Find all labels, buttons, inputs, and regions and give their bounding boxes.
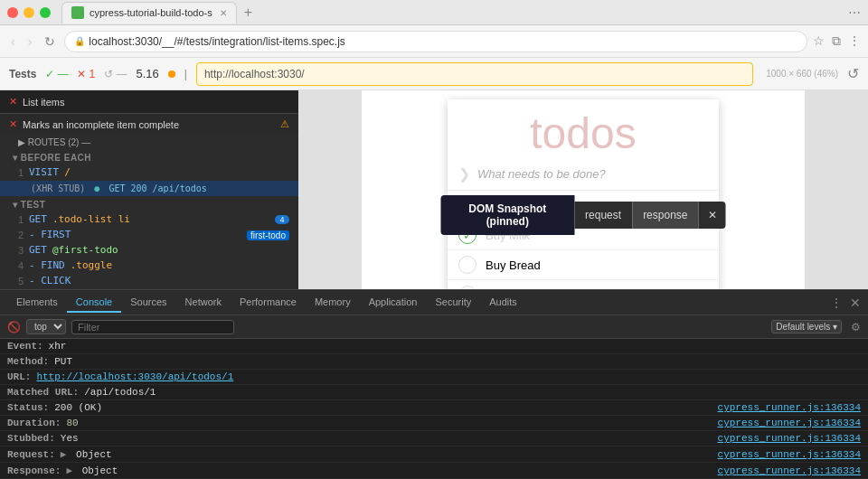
reload-button[interactable]: ↻ bbox=[41, 33, 59, 51]
maximize-window-button[interactable] bbox=[40, 7, 51, 18]
nav-icons: ☆ ⧉ ⋮ bbox=[813, 33, 861, 49]
back-button[interactable]: ‹ bbox=[7, 33, 19, 51]
log-row-status: Status: 200 (OK) cypress_runner.js:13633… bbox=[0, 400, 868, 416]
tab-performance[interactable]: Performance bbox=[231, 293, 306, 313]
test-name-row[interactable]: ✕ Marks an incomplete item complete ⚠ bbox=[0, 114, 298, 135]
expand-response-icon: ▶ bbox=[66, 465, 72, 476]
log-value-status: 200 (OK) bbox=[54, 402, 102, 413]
log-value-response[interactable]: ▶ Object bbox=[66, 465, 118, 476]
tab-sources[interactable]: Sources bbox=[121, 293, 175, 313]
extensions-icon[interactable]: ⧉ bbox=[832, 33, 841, 49]
log-row-stubbed: Stubbed: Yes cypress_runner.js:136334 bbox=[0, 431, 868, 446]
close-window-button[interactable] bbox=[7, 7, 18, 18]
bookmark-icon[interactable]: ☆ bbox=[813, 33, 825, 49]
todo-app: todos ❯ What needs to be done? ✓ Learn a… bbox=[448, 99, 719, 289]
browser-tab[interactable]: cypress-tutorial-build-todo-s ✕ bbox=[61, 2, 237, 23]
log-link-duration[interactable]: cypress_runner.js:136334 bbox=[718, 418, 861, 428]
log-label-event: Event: bbox=[7, 341, 43, 352]
todo-item-4: Make French Toast bbox=[448, 280, 719, 289]
new-tab-button[interactable]: + bbox=[244, 5, 252, 21]
console-log-content: Event: xhr Method: PUT URL: http://loc bbox=[0, 339, 868, 479]
xhr-stub-get-row[interactable]: (XHR STUB) ● GET 200 /api/todos bbox=[0, 181, 298, 196]
title-bar: cypress-tutorial-build-todo-s ✕ + ⋯ bbox=[0, 0, 868, 25]
request-tab-button[interactable]: request bbox=[574, 202, 632, 229]
log-label-duration: Duration: bbox=[7, 418, 61, 428]
console-filter-bar: 🚫 top Default levels ▾ ⚙ bbox=[0, 315, 868, 339]
dom-snapshot-popup: DOM Snapshot (pinned) request response ✕ bbox=[441, 195, 726, 235]
log-value-matched-url: /api/todos/1 bbox=[84, 387, 156, 398]
menu-icon[interactable]: ⋮ bbox=[848, 33, 861, 49]
get-command-2[interactable]: 3 GET @first-todo bbox=[0, 242, 298, 258]
filter-input[interactable] bbox=[71, 320, 234, 334]
todo-checkbox-3[interactable] bbox=[458, 256, 476, 274]
tab-network[interactable]: Network bbox=[176, 293, 231, 313]
log-value-method: PUT bbox=[54, 356, 72, 367]
tests-label: Tests bbox=[9, 68, 36, 80]
get-command-1[interactable]: 1 GET .todo-list li 4 bbox=[0, 211, 298, 227]
traffic-lights bbox=[7, 7, 51, 18]
address-text: localhost:3030/__/#/tests/integration/li… bbox=[89, 35, 797, 48]
app-container: cypress-tutorial-build-todo-s ✕ + ⋯ ‹ › … bbox=[0, 0, 868, 479]
response-tab-button[interactable]: response bbox=[632, 202, 698, 229]
preview-url-bar[interactable]: http://localhost:3030/ bbox=[196, 62, 753, 86]
log-link-response[interactable]: cypress_runner.js:136334 bbox=[718, 465, 861, 476]
log-row-event: Event: xhr bbox=[0, 339, 868, 354]
forward-button[interactable]: › bbox=[24, 33, 36, 51]
filter-icon: 🚫 bbox=[7, 321, 21, 333]
dom-snapshot-close-button[interactable]: ✕ bbox=[699, 202, 726, 229]
log-label-matched-url: Matched URL: bbox=[7, 387, 79, 398]
log-row-method: Method: PUT bbox=[0, 354, 868, 370]
levels-select[interactable]: Default levels ▾ bbox=[771, 320, 842, 333]
preview-inner: todos ❯ What needs to be done? ✓ Learn a… bbox=[298, 90, 868, 289]
find-command-row[interactable]: 4 - FIND .toggle bbox=[0, 258, 298, 273]
pipe-separator: | bbox=[184, 68, 187, 80]
log-label-method: Method: bbox=[7, 356, 49, 367]
viewport-info: 1000 × 660 (46%) bbox=[766, 69, 838, 79]
tab-application[interactable]: Application bbox=[360, 293, 427, 313]
tab-close-button[interactable]: ✕ bbox=[220, 8, 227, 18]
fail-count: 1 bbox=[89, 68, 95, 80]
log-value-url[interactable]: http://localhost:3030/api/todos/1 bbox=[36, 371, 233, 382]
grey-overlay-right bbox=[805, 90, 868, 289]
dom-snapshot-button[interactable]: DOM Snapshot (pinned) bbox=[441, 195, 575, 235]
nav-bar: ‹ › ↻ 🔒 localhost:3030/__/#/tests/integr… bbox=[0, 25, 868, 58]
status-dot bbox=[168, 70, 175, 78]
address-bar[interactable]: 🔒 localhost:3030/__/#/tests/integration/… bbox=[64, 31, 807, 52]
tab-audits[interactable]: Audits bbox=[480, 293, 526, 313]
log-link-stubbed[interactable]: cypress_runner.js:136334 bbox=[718, 433, 861, 444]
log-link-status[interactable]: cypress_runner.js:136334 bbox=[718, 402, 861, 413]
routes-toggle[interactable]: ▶ ROUTES (2) — bbox=[0, 135, 298, 150]
todo-text-4: Make French Toast bbox=[486, 288, 585, 290]
pass-status: ✓ — bbox=[45, 68, 68, 80]
log-value-request[interactable]: ▶ Object bbox=[61, 448, 112, 460]
tab-console[interactable]: Console bbox=[67, 293, 121, 313]
window-menu-button[interactable]: ⋯ bbox=[848, 5, 861, 20]
visit-command-row[interactable]: 1 VISIT / bbox=[0, 164, 298, 180]
log-label-url: URL: bbox=[7, 371, 31, 382]
tab-elements[interactable]: Elements bbox=[7, 293, 67, 313]
devtools-settings-icon[interactable]: ⋮ bbox=[830, 296, 843, 310]
todo-input-placeholder: What needs to be done? bbox=[477, 167, 708, 181]
log-link-request[interactable]: cypress_runner.js:136334 bbox=[718, 449, 861, 460]
log-row-url: URL: http://localhost:3030/api/todos/1 bbox=[0, 370, 868, 385]
cypress-test-panel: ✕ List items ✕ Marks an incomplete item … bbox=[0, 90, 298, 289]
cy-reload-button[interactable]: ↺ bbox=[847, 65, 859, 82]
tab-memory[interactable]: Memory bbox=[306, 293, 360, 313]
cypress-bar: Tests ✓ — ✕ 1 ↺ — 5.16 | http://localhos… bbox=[0, 58, 868, 90]
tab-security[interactable]: Security bbox=[426, 293, 480, 313]
todo-checkbox-4[interactable] bbox=[458, 286, 476, 289]
log-value-stubbed: Yes bbox=[61, 433, 79, 444]
browser-chrome: cypress-tutorial-build-todo-s ✕ + ⋯ ‹ › … bbox=[0, 0, 868, 90]
test-suite-header: ✕ List items bbox=[0, 90, 298, 114]
devtools-tabs: Elements Console Sources Network Perform… bbox=[0, 290, 868, 315]
context-select[interactable]: top bbox=[26, 319, 66, 334]
devtools-close-icon[interactable]: ✕ bbox=[850, 296, 861, 310]
console-gear-icon[interactable]: ⚙ bbox=[851, 321, 861, 333]
click-command-row[interactable]: 5 - CLICK bbox=[0, 273, 298, 288]
todo-input-area[interactable]: ❯ What needs to be done? bbox=[448, 158, 719, 191]
todo-wrapper: todos ❯ What needs to be done? ✓ Learn a… bbox=[362, 90, 805, 289]
log-row-matched-url: Matched URL: /api/todos/1 bbox=[0, 385, 868, 400]
todo-item-3: Buy Bread bbox=[448, 250, 719, 280]
first-command-row[interactable]: 2 - FIRST first-todo bbox=[0, 227, 298, 242]
minimize-window-button[interactable] bbox=[24, 7, 34, 18]
